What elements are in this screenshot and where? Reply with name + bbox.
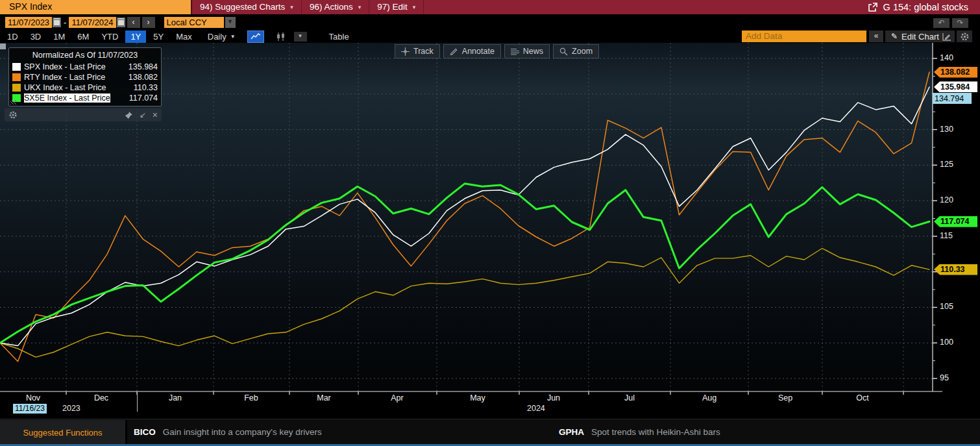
menu-label: 96) Actions — [310, 0, 353, 14]
history-buttons: ↶ ↷ — [933, 18, 968, 28]
x-axis-month-label: Jan — [169, 393, 182, 403]
chart-tools: Track Annotate News Zoom — [395, 44, 599, 58]
track-button[interactable]: Track — [395, 44, 440, 58]
frequency-select[interactable]: Daily — [205, 31, 238, 43]
collapse-panel-icon[interactable]: « — [869, 31, 883, 42]
legend-value: 138.082 — [129, 73, 158, 82]
pencil-icon: ✎ — [891, 32, 898, 41]
chart-annotate-icon[interactable] — [939, 31, 955, 42]
x-axis-month-label: Dec — [94, 393, 108, 403]
function-code: BICO — [134, 427, 156, 437]
legend-value: 117.074 — [129, 93, 158, 103]
tab-1m[interactable]: 1M — [48, 31, 70, 43]
x-axis-month-label: Aug — [702, 393, 717, 403]
news-button[interactable]: News — [504, 44, 550, 58]
legend-item-rty[interactable]: RTY Index - Last Price 138.082 — [12, 72, 158, 82]
line-chart-type-icon[interactable] — [247, 31, 264, 43]
gear-icon[interactable] — [8, 110, 18, 119]
tab-ytd[interactable]: YTD — [96, 31, 123, 43]
legend-label: RTY Index - Last Price — [24, 73, 105, 82]
news-label: News — [523, 47, 543, 56]
chart-type-dropdown-icon[interactable]: ▼ — [294, 32, 307, 42]
function-code: GPHA — [559, 427, 584, 437]
function-description: Spot trends with Heikin-Ashi bars — [591, 427, 720, 437]
minimize-icon[interactable]: ↙ — [140, 111, 146, 119]
undo-icon[interactable]: ↶ — [933, 18, 949, 28]
calendar-icon[interactable] — [117, 18, 125, 27]
y-axis-label: 115 — [940, 231, 953, 240]
x-axis-month-label: Jul — [624, 393, 635, 403]
spx-color-swatch — [12, 63, 21, 71]
menu-label: 97) Edit — [377, 0, 408, 14]
chevron-left-icon[interactable]: ‹ — [127, 17, 140, 28]
function-suggestion-gpha[interactable]: GPHA Spot trends with Heikin-Ashi bars — [559, 419, 720, 445]
end-date-input[interactable]: 11/07/2024 — [69, 17, 116, 28]
y-axis-label: 95 — [940, 373, 949, 382]
frequency-label: Daily — [208, 32, 227, 42]
series-spx — [0, 87, 929, 346]
y-axis-label: 120 — [940, 195, 953, 204]
menu-edit[interactable]: 97) Edit — [369, 0, 424, 14]
start-date-input[interactable]: 11/07/2023 — [5, 17, 52, 28]
edit-chart-label: Edit Chart — [901, 32, 939, 42]
tab-5y[interactable]: 5Y — [148, 31, 169, 43]
function-description: Gain insight into a company's key driver… — [163, 427, 322, 437]
x-axis-month-label: Nov — [26, 393, 40, 403]
suggested-functions-bar: Suggested Functions BICO Gain insight in… — [0, 419, 980, 446]
legend-item-ukx[interactable]: UKX Index - Last Price 110.33 — [12, 82, 158, 93]
pane-drag-handle[interactable] — [0, 43, 6, 49]
x-axis-year-label: 2023 — [62, 404, 80, 413]
ticker-input[interactable]: SPX Index — [0, 0, 192, 14]
menu-suggested-charts[interactable]: 94) Suggested Charts — [192, 0, 302, 14]
candle-chart-type-icon[interactable] — [273, 31, 289, 42]
chart-pane[interactable]: Track Annotate News Zoom Normalized As O… — [0, 43, 980, 419]
close-icon[interactable]: × — [153, 110, 158, 119]
price-tag: 110.33 — [934, 264, 977, 275]
y-axis-label: 140 — [940, 53, 953, 62]
legend-label: SX5E Index - Last Price — [24, 93, 110, 103]
x-axis-month-label: Oct — [856, 393, 868, 403]
tab-3d[interactable]: 3D — [25, 31, 47, 43]
table-button[interactable]: Table — [323, 31, 356, 43]
zoom-label: Zoom — [572, 47, 593, 56]
price-tag: 117.074 — [934, 216, 977, 227]
zoom-button[interactable]: Zoom — [553, 44, 599, 58]
y-axis-label: 100 — [940, 338, 953, 347]
date-separator: - — [64, 18, 66, 27]
calendar-icon[interactable] — [53, 18, 61, 27]
export-icon[interactable] — [868, 3, 877, 12]
y-axis-label: 130 — [940, 125, 953, 134]
tab-6m[interactable]: 6M — [72, 31, 94, 43]
legend-toolbar: ↙ × — [5, 108, 162, 121]
legend-item-spx[interactable]: SPX Index - Last Price 135.984 — [12, 62, 158, 72]
gear-icon[interactable] — [957, 31, 972, 42]
rty-color-swatch — [12, 73, 21, 81]
function-suggestion-bico[interactable]: BICO Gain insight into a company's key d… — [134, 419, 322, 445]
legend-resize-handle[interactable] — [10, 100, 16, 105]
edit-chart-button[interactable]: ✎ Edit Chart — [885, 31, 945, 42]
chevron-right-icon[interactable]: › — [142, 17, 155, 28]
legend-value: 135.984 — [129, 62, 158, 71]
add-data-input[interactable]: Add Data — [742, 31, 866, 42]
tab-1y[interactable]: 1Y — [125, 31, 146, 43]
menu-actions[interactable]: 96) Actions — [302, 0, 369, 14]
currency-select[interactable]: Local CCY — [164, 17, 224, 28]
legend-item-sx5e[interactable]: SX5E Index - Last Price 117.074 — [12, 93, 158, 103]
legend-title: Normalized As Of 11/07/2023 — [12, 50, 158, 62]
x-axis-month-label: Jun — [547, 393, 560, 403]
annotate-button[interactable]: Annotate — [443, 44, 501, 58]
chart-legend[interactable]: Normalized As Of 11/07/2023 SPX Index - … — [8, 47, 162, 106]
legend-value: 110.33 — [134, 83, 158, 92]
x-axis-month-label: Apr — [391, 393, 403, 403]
annotate-label: Annotate — [462, 47, 495, 56]
ukx-color-swatch — [12, 84, 21, 92]
suggested-functions-header[interactable]: Suggested Functions — [0, 420, 127, 445]
redo-icon[interactable]: ↷ — [952, 18, 968, 28]
pin-icon[interactable] — [125, 111, 133, 119]
currency-dropdown-icon[interactable]: ▼ — [225, 17, 236, 28]
tab-1d[interactable]: 1D — [2, 31, 23, 43]
tab-max[interactable]: Max — [171, 31, 197, 43]
track-label: Track — [413, 47, 434, 56]
x-axis-month-label: Mar — [317, 393, 331, 403]
year-divider-line — [137, 392, 138, 412]
